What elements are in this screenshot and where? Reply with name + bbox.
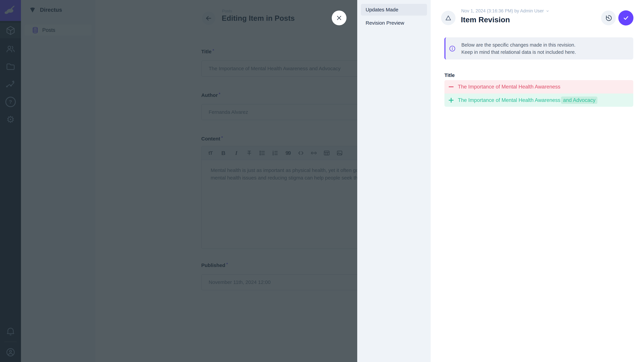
check-icon xyxy=(622,14,630,22)
diff-field-label: Title xyxy=(444,72,455,78)
diff-added-row: The Importance of Mental Health Awarenes… xyxy=(444,93,633,107)
notice-text: Below are the specific changes made in t… xyxy=(461,41,576,56)
drawer-navigation: Updates Made Revision Preview xyxy=(357,0,431,362)
diff-added-highlight: and Advocacy xyxy=(561,96,598,104)
drawer-title: Item Revision xyxy=(461,15,510,24)
drawer-nav-revision-preview[interactable]: Revision Preview xyxy=(361,17,427,29)
info-icon xyxy=(449,45,456,52)
revision-meta-dropdown[interactable]: Nov 1, 2024 (3:16:36 PM) by Admin User xyxy=(461,8,550,13)
drawer-overlay[interactable] xyxy=(0,0,357,362)
revision-icon-button xyxy=(441,11,456,25)
drawer-nav-updates-made[interactable]: Updates Made xyxy=(361,4,427,15)
revision-notice: Below are the specific changes made in t… xyxy=(444,37,633,59)
close-drawer-button[interactable] xyxy=(332,10,346,25)
plus-icon xyxy=(446,97,456,103)
diff-removed-row: The Importance of Mental Health Awarenes… xyxy=(444,80,633,93)
diff-added-text: The Importance of Mental Health Awarenes… xyxy=(458,97,560,103)
restore-revision-button[interactable] xyxy=(601,10,616,25)
history-restore-icon xyxy=(604,14,612,22)
revision-meta: Nov 1, 2024 (3:16:36 PM) by Admin User xyxy=(461,8,544,13)
minus-icon xyxy=(446,84,456,90)
accept-button[interactable] xyxy=(618,10,634,25)
chevron-down-icon xyxy=(546,9,550,13)
diff-removed-text: The Importance of Mental Health Awarenes… xyxy=(458,84,560,90)
close-icon xyxy=(336,14,343,21)
delta-triangle-icon xyxy=(445,14,452,21)
